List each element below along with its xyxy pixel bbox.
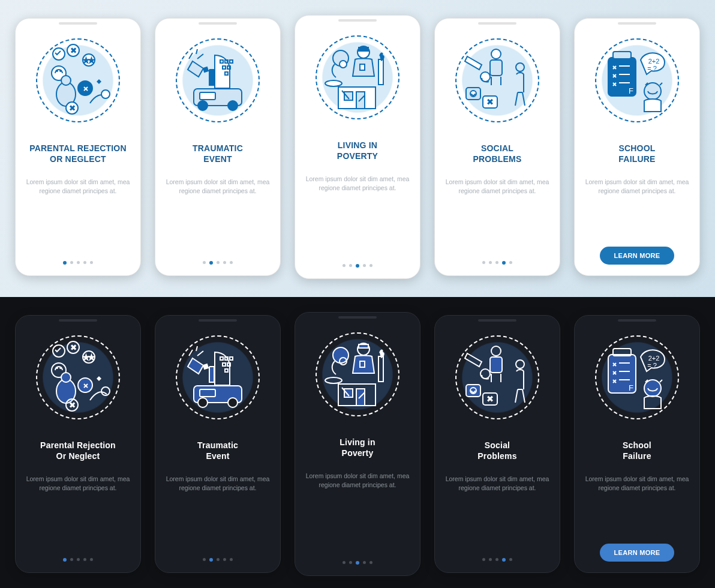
slide-title: SOCIAL PROBLEMS	[473, 143, 522, 164]
phone-card-living-in-poverty: Living in Poverty Lorem ipsum dolor sit …	[295, 312, 420, 576]
dot[interactable]	[70, 558, 73, 561]
phone-notch	[59, 22, 97, 25]
traumatic-event-icon	[182, 340, 254, 415]
slide-title: Social Problems	[477, 440, 516, 461]
slide-title: Parental Rejection Or Neglect	[40, 440, 116, 461]
svg-point-23	[228, 101, 238, 110]
dot[interactable]	[489, 558, 492, 561]
illustration-poverty	[314, 34, 401, 121]
pagination-dots[interactable]	[63, 261, 93, 265]
dot[interactable]	[63, 261, 67, 265]
dot[interactable]	[502, 261, 506, 265]
dot[interactable]	[209, 558, 213, 562]
dot[interactable]	[495, 558, 498, 561]
svg-point-25	[340, 61, 347, 68]
pagination-dots[interactable]	[343, 561, 372, 565]
svg-rect-62	[225, 357, 228, 360]
pagination-dots[interactable]	[203, 261, 233, 265]
learn-more-button[interactable]: LEARN MORE	[600, 544, 675, 562]
dot[interactable]	[217, 261, 220, 264]
dot[interactable]	[349, 264, 352, 267]
svg-text:★★: ★★	[83, 57, 94, 64]
svg-rect-64	[223, 363, 226, 366]
dot[interactable]	[489, 261, 492, 264]
dot[interactable]	[77, 261, 80, 264]
dot[interactable]	[343, 264, 346, 267]
phone-notch	[618, 22, 656, 25]
phone-card-parental-rejection: ✕ ★★ ✕ PARENTAL REJECTION OR NEGLECT Lor…	[15, 18, 141, 276]
dot[interactable]	[203, 261, 206, 264]
title-line-1: LIVING IN	[338, 140, 377, 150]
dot[interactable]	[495, 261, 498, 264]
dot[interactable]	[217, 558, 220, 561]
dot[interactable]	[203, 558, 206, 561]
title-line-1: SCHOOL	[618, 143, 655, 153]
dot[interactable]	[356, 561, 359, 565]
phone-notch	[199, 319, 237, 322]
dot[interactable]	[63, 558, 67, 562]
svg-text:= ?: = ?	[647, 362, 657, 369]
slide-body: Lorem ipsum dolor sit dim amet, mea regi…	[443, 475, 551, 491]
dot[interactable]	[482, 558, 485, 561]
pagination-dots[interactable]	[343, 264, 372, 268]
dot[interactable]	[369, 264, 372, 267]
dot[interactable]	[83, 261, 86, 264]
dot[interactable]	[343, 561, 346, 564]
dot[interactable]	[77, 558, 80, 561]
title-line-2: EVENT	[203, 154, 232, 164]
svg-rect-76	[378, 356, 383, 382]
svg-point-33	[491, 49, 501, 59]
slide-body: Lorem ipsum dolor sit dim amet, mea regi…	[164, 178, 272, 194]
social-problems-icon: ✕	[461, 43, 533, 118]
dot[interactable]	[502, 558, 506, 562]
phone-card-living-in-poverty: LIVING IN POVERTY Lorem ipsum dolor sit …	[295, 15, 420, 279]
pagination-dots[interactable]	[203, 558, 233, 562]
phone-notch	[478, 22, 516, 25]
pagination-dots[interactable]	[482, 261, 512, 265]
pagination-dots[interactable]	[63, 558, 93, 562]
title-line-1: SOCIAL	[481, 143, 513, 153]
slide-title: PARENTAL REJECTION OR NEGLECT	[29, 143, 127, 164]
svg-rect-65	[227, 363, 230, 366]
dot[interactable]	[509, 261, 512, 264]
dot[interactable]	[349, 561, 352, 564]
phone-notch	[59, 319, 97, 322]
phone-card-social-problems: ✕ SOCIAL PROBLEMS Lorem ipsum dolor sit …	[434, 18, 560, 276]
dot[interactable]	[230, 261, 233, 264]
dot[interactable]	[369, 561, 372, 564]
dot[interactable]	[356, 264, 359, 268]
dot[interactable]	[223, 558, 226, 561]
svg-point-70	[228, 398, 238, 407]
light-section: ✕ ★★ ✕ PARENTAL REJECTION OR NEGLECT Lor…	[0, 0, 715, 297]
learn-more-button[interactable]: LEARN MORE	[600, 247, 675, 265]
dot[interactable]	[209, 261, 213, 265]
dot[interactable]	[90, 261, 93, 264]
svg-text:✕: ✕	[70, 401, 75, 409]
dot[interactable]	[363, 561, 366, 564]
title-line-2: Event	[206, 451, 229, 461]
slide-body: Lorem ipsum dolor sit dim amet, mea regi…	[24, 475, 132, 491]
pagination-dots[interactable]	[482, 558, 512, 562]
phone-card-social-problems: ✕ Social Problems Lorem ipsum dolor sit …	[434, 315, 560, 573]
illustration-parental-rejection: ✕ ★★ ✕	[35, 37, 122, 124]
dot[interactable]	[90, 558, 93, 561]
dot[interactable]	[363, 264, 366, 267]
svg-rect-84	[466, 385, 480, 397]
slide-title: School Failure	[623, 440, 651, 461]
dot[interactable]	[83, 558, 86, 561]
slide-body: Lorem ipsum dolor sit dim amet, mea regi…	[24, 178, 132, 194]
svg-text:2+2: 2+2	[648, 58, 660, 65]
parental-rejection-icon: ✕ ★★ ✕	[42, 43, 114, 118]
title-line-2: OR NEGLECT	[50, 154, 106, 164]
title-line-2: FAILURE	[618, 154, 655, 164]
dot[interactable]	[230, 558, 233, 561]
dot[interactable]	[223, 261, 226, 264]
svg-point-22	[198, 101, 208, 110]
dot[interactable]	[482, 261, 485, 264]
phone-card-parental-rejection: ✕ ★★ ✕ Parental Rejection Or Neglect Lor…	[15, 315, 141, 573]
svg-point-69	[198, 398, 208, 407]
dot[interactable]	[70, 261, 73, 264]
svg-point-11	[101, 90, 110, 98]
dot[interactable]	[509, 558, 512, 561]
phone-card-traumatic-event: Traumatic Event Lorem ipsum dolor sit di…	[155, 315, 281, 573]
